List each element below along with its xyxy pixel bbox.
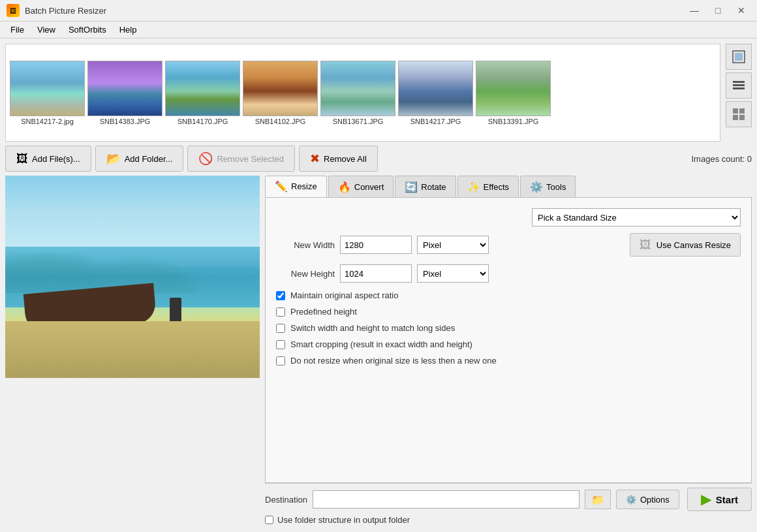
no-resize-row: Do not resize when original size is less… (276, 356, 741, 366)
convert-icon: 🔥 (338, 181, 351, 193)
thumbnail-6 (398, 61, 473, 116)
destination-input[interactable] (313, 490, 579, 509)
thumbnail-5 (320, 61, 395, 116)
tab-resize-label: Resize (291, 181, 317, 191)
add-files-label: Add File(s)... (32, 154, 80, 164)
predefined-height-row: Predefined height (276, 307, 741, 317)
start-label: Start (716, 494, 738, 505)
new-height-input[interactable] (340, 264, 412, 283)
thumb-label-3: SNB14170.JPG (178, 117, 228, 125)
remove-selected-icon: 🚫 (198, 151, 213, 166)
svg-rect-3 (733, 84, 745, 86)
thumb-label-4: SNB14102.JPG (255, 117, 306, 125)
thumbnail-1 (10, 61, 85, 116)
title-bar: 🖼 Batch Picture Resizer — □ ✕ (0, 0, 757, 22)
remove-all-label: Remove All (324, 154, 367, 164)
smart-crop-label: Smart cropping (result in exact width an… (290, 339, 472, 349)
view-list-icon (732, 78, 746, 93)
folder-structure-row: Use folder structure in output folder (265, 515, 752, 527)
svg-rect-4 (733, 87, 745, 89)
remove-all-button[interactable]: ✖ Remove All (299, 146, 378, 172)
list-item[interactable]: SNB14217-2.jpg (10, 61, 85, 125)
menu-softorbits[interactable]: SoftOrbits (63, 23, 112, 37)
view-grid-icon (732, 107, 746, 121)
tab-rotate[interactable]: 🔄 Rotate (395, 176, 456, 197)
close-button[interactable]: ✕ (732, 4, 750, 17)
thumb-label-6: SNB14217.JPG (410, 117, 461, 125)
tab-tools-label: Tools (546, 182, 566, 192)
app-icon: 🖼 (7, 4, 20, 17)
view-list-button[interactable] (726, 72, 752, 99)
menu-bar: File View SoftOrbits Help (0, 22, 757, 39)
predefined-height-checkbox[interactable] (276, 307, 285, 317)
width-unit-select[interactable]: Pixel Percent Centimeter Inch (417, 236, 489, 254)
app-title: Batch Picture Resizer (25, 6, 685, 16)
height-unit-select[interactable]: Pixel Percent Centimeter Inch (417, 264, 489, 283)
svg-rect-7 (733, 115, 738, 120)
canvas-resize-button[interactable]: 🖼 Use Canvas Resize (630, 233, 741, 257)
maintain-ratio-row: Maintain original aspect ratio (276, 290, 741, 300)
tools-icon: ⚙️ (530, 181, 543, 193)
svg-rect-6 (739, 108, 745, 114)
preview-container (5, 176, 260, 378)
view-grid-button[interactable] (726, 101, 752, 127)
list-item[interactable]: SNB14170.JPG (165, 61, 240, 125)
menu-view[interactable]: View (32, 23, 61, 37)
minimize-button[interactable]: — (685, 4, 703, 17)
list-item[interactable]: SNB13391.JPG (476, 61, 551, 125)
lower-section: ✏️ Resize 🔥 Convert 🔄 Rotate ✨ Effects ⚙… (5, 176, 752, 527)
new-width-input[interactable] (340, 236, 412, 254)
no-resize-checkbox[interactable] (276, 356, 285, 366)
destination-label: Destination (265, 495, 307, 505)
side-toolbar (726, 44, 752, 142)
menu-file[interactable]: File (5, 23, 29, 37)
thumbnail-7 (476, 61, 551, 116)
list-item[interactable]: SNB13671.JPG (320, 61, 395, 125)
window-controls: — □ ✕ (685, 4, 750, 17)
tab-effects[interactable]: ✨ Effects (457, 176, 519, 197)
add-files-button[interactable]: 🖼 Add File(s)... (5, 146, 91, 172)
list-item[interactable]: SNB14383.JPG (87, 61, 162, 125)
canvas-icon: 🖼 (640, 238, 651, 252)
thumb-label-5: SNB13671.JPG (333, 117, 384, 125)
resize-panel: Pick a Standard Size 1024 x 768 1280 x 1… (265, 198, 752, 483)
tab-resize[interactable]: ✏️ Resize (265, 176, 327, 197)
svg-rect-8 (739, 115, 745, 120)
maximize-button[interactable]: □ (709, 4, 727, 17)
list-item[interactable]: SNB14102.JPG (243, 61, 318, 125)
height-row: New Height Pixel Percent Centimeter Inch (276, 264, 741, 283)
options-button[interactable]: ⚙️ Options (616, 490, 679, 509)
new-height-label: New Height (276, 269, 335, 279)
options-label: Options (640, 495, 670, 505)
tab-convert[interactable]: 🔥 Convert (328, 176, 394, 197)
view-single-button[interactable] (726, 44, 752, 70)
maintain-ratio-checkbox[interactable] (276, 291, 285, 300)
add-files-icon: 🖼 (16, 152, 28, 166)
start-button[interactable]: ▶ Start (687, 488, 752, 511)
rotate-icon: 🔄 (405, 181, 418, 193)
smart-crop-checkbox[interactable] (276, 340, 285, 349)
tab-rotate-label: Rotate (421, 182, 446, 192)
remove-selected-label: Remove Selected (217, 154, 284, 164)
standard-size-select[interactable]: Pick a Standard Size 1024 x 768 1280 x 1… (532, 208, 741, 227)
folder-structure-checkbox[interactable] (265, 516, 273, 524)
thumbnail-2 (87, 61, 162, 116)
tab-tools[interactable]: ⚙️ Tools (520, 176, 576, 197)
svg-rect-2 (733, 81, 745, 83)
view-single-icon (732, 50, 746, 64)
remove-selected-button[interactable]: 🚫 Remove Selected (187, 146, 295, 172)
menu-help[interactable]: Help (114, 23, 142, 37)
switch-wh-label: Switch width and height to match long si… (290, 323, 455, 333)
new-width-label: New Width (276, 240, 335, 250)
switch-wh-checkbox[interactable] (276, 324, 285, 333)
tab-convert-label: Convert (354, 182, 384, 192)
add-folder-icon: 📂 (106, 151, 121, 166)
add-folder-button[interactable]: 📂 Add Folder... (95, 146, 184, 172)
canvas-resize-label: Use Canvas Resize (657, 240, 731, 250)
tab-bar: ✏️ Resize 🔥 Convert 🔄 Rotate ✨ Effects ⚙… (265, 176, 752, 198)
thumb-label-1: SNB14217-2.jpg (21, 117, 74, 125)
destination-browse-button[interactable]: 📁 (585, 490, 611, 509)
list-item[interactable]: SNB14217.JPG (398, 61, 473, 125)
remove-all-icon: ✖ (310, 151, 320, 166)
image-strip: SNB14217-2.jpg SNB14383.JPG SNB14170.JPG… (5, 44, 720, 142)
